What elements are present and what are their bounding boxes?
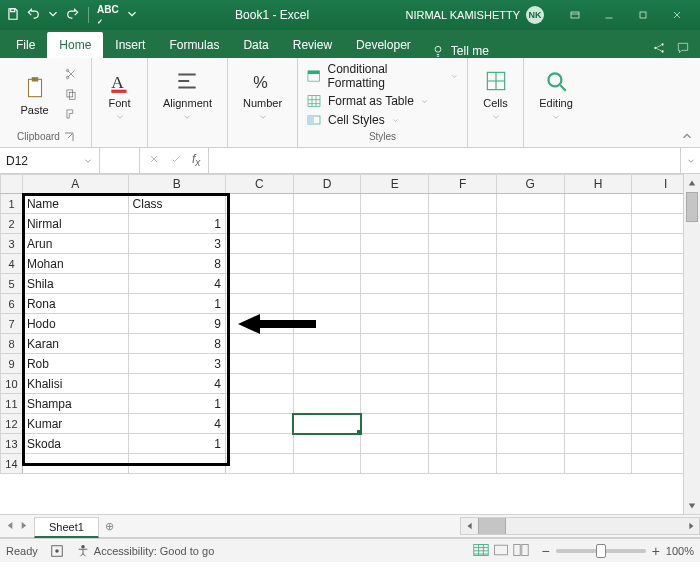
cell[interactable] <box>225 374 293 394</box>
row-header[interactable]: 5 <box>1 274 23 294</box>
row-header[interactable]: 12 <box>1 414 23 434</box>
table-row[interactable]: 8Karan8 <box>1 334 700 354</box>
maximize-button[interactable] <box>626 0 660 30</box>
share-icon[interactable] <box>652 41 666 58</box>
col-header[interactable]: B <box>128 175 225 194</box>
sheet-nav-next-icon[interactable] <box>19 520 28 532</box>
table-row[interactable]: 14 <box>1 454 700 474</box>
cell[interactable] <box>361 194 429 214</box>
cell[interactable] <box>225 254 293 274</box>
cell[interactable] <box>293 414 361 434</box>
chevron-down-icon[interactable] <box>83 156 93 166</box>
cell[interactable] <box>429 354 497 374</box>
worksheet-grid[interactable]: A B C D E F G H I 1NameClass2Nirmal13Aru… <box>0 174 700 514</box>
table-row[interactable]: 11Shampa1 <box>1 394 700 414</box>
table-row[interactable]: 6Rona1 <box>1 294 700 314</box>
dialog-launcher-icon[interactable] <box>64 132 74 142</box>
cell[interactable] <box>293 454 361 474</box>
cell[interactable] <box>293 274 361 294</box>
tab-data[interactable]: Data <box>231 32 280 58</box>
cell[interactable] <box>496 274 564 294</box>
cell[interactable] <box>496 374 564 394</box>
cell[interactable] <box>429 214 497 234</box>
tell-me[interactable]: Tell me <box>431 44 489 58</box>
cell[interactable]: Kumar <box>22 414 128 434</box>
sheet-tab[interactable]: Sheet1 <box>34 517 99 538</box>
cell[interactable] <box>429 274 497 294</box>
cell[interactable] <box>293 354 361 374</box>
page-break-view-icon[interactable] <box>513 543 529 559</box>
cell[interactable] <box>361 234 429 254</box>
cell[interactable]: 9 <box>128 314 225 334</box>
cell[interactable] <box>361 314 429 334</box>
cell[interactable] <box>429 254 497 274</box>
row-header[interactable]: 3 <box>1 234 23 254</box>
font-button[interactable]: A Font <box>99 68 141 122</box>
undo-icon[interactable] <box>26 7 40 24</box>
cell[interactable]: Shila <box>22 274 128 294</box>
format-as-table-button[interactable]: Format as Table <box>306 93 459 109</box>
cell[interactable]: 3 <box>128 234 225 254</box>
cell[interactable] <box>564 354 632 374</box>
cell[interactable] <box>361 374 429 394</box>
tab-developer[interactable]: Developer <box>344 32 423 58</box>
cell[interactable] <box>293 254 361 274</box>
cell[interactable] <box>429 314 497 334</box>
cell[interactable] <box>225 314 293 334</box>
scroll-down-button[interactable] <box>684 497 700 514</box>
cell[interactable] <box>564 194 632 214</box>
row-header[interactable]: 14 <box>1 454 23 474</box>
cut-icon[interactable] <box>64 67 78 84</box>
cell-styles-button[interactable]: Cell Styles <box>306 112 459 128</box>
scroll-thumb[interactable] <box>686 192 698 222</box>
table-row[interactable]: 2Nirmal1 <box>1 214 700 234</box>
row-header[interactable]: 13 <box>1 434 23 454</box>
comments-icon[interactable] <box>676 41 690 58</box>
cell[interactable]: 4 <box>128 374 225 394</box>
spellcheck-icon[interactable]: ABC✓ <box>97 4 119 26</box>
cell[interactable] <box>496 414 564 434</box>
col-header[interactable]: F <box>429 175 497 194</box>
cell[interactable] <box>564 234 632 254</box>
cell[interactable] <box>361 254 429 274</box>
number-button[interactable]: % Number <box>242 68 284 122</box>
cell[interactable] <box>429 234 497 254</box>
macro-recorder-icon[interactable] <box>50 544 64 558</box>
cell[interactable] <box>293 214 361 234</box>
sheet-nav-prev-icon[interactable] <box>6 520 15 532</box>
enter-formula-icon[interactable] <box>170 153 182 168</box>
cell[interactable] <box>225 194 293 214</box>
close-button[interactable] <box>660 0 694 30</box>
cell[interactable] <box>564 334 632 354</box>
cell[interactable] <box>496 194 564 214</box>
cell[interactable] <box>293 374 361 394</box>
cell[interactable]: Shampa <box>22 394 128 414</box>
zoom-out-button[interactable]: − <box>541 543 549 559</box>
cell[interactable] <box>429 414 497 434</box>
formula-bar[interactable] <box>209 148 680 173</box>
scroll-left-button[interactable] <box>461 522 478 530</box>
cell[interactable] <box>361 334 429 354</box>
cell[interactable] <box>429 334 497 354</box>
row-header[interactable]: 9 <box>1 354 23 374</box>
cell[interactable] <box>564 314 632 334</box>
cell[interactable] <box>496 394 564 414</box>
cell[interactable]: 1 <box>128 294 225 314</box>
cell[interactable] <box>564 294 632 314</box>
cell[interactable] <box>361 394 429 414</box>
cell[interactable] <box>564 414 632 434</box>
chevron-down-icon[interactable] <box>46 7 60 24</box>
scroll-thumb[interactable] <box>478 518 506 534</box>
table-row[interactable]: 13Skoda1 <box>1 434 700 454</box>
alignment-button[interactable]: Alignment <box>163 68 212 122</box>
fx-icon[interactable]: fx <box>192 152 200 168</box>
cell[interactable] <box>496 314 564 334</box>
cell[interactable] <box>361 434 429 454</box>
cell[interactable] <box>225 434 293 454</box>
cell[interactable]: Hodo <box>22 314 128 334</box>
cell[interactable] <box>293 394 361 414</box>
cell[interactable] <box>225 454 293 474</box>
select-all-triangle[interactable] <box>1 175 23 194</box>
cell[interactable]: Rona <box>22 294 128 314</box>
cell[interactable] <box>361 454 429 474</box>
